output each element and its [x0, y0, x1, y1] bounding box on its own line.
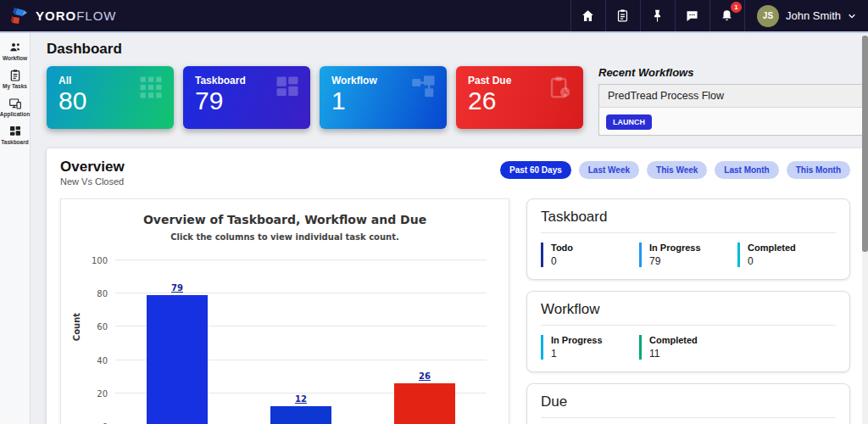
home-icon	[581, 8, 595, 23]
sidebar-item-my-tasks[interactable]: My Tasks	[0, 69, 30, 89]
recent-workflow-actions: LAUNCH	[599, 108, 863, 135]
panel-workflow: Workflow In Progress 1 Completed 11	[526, 291, 850, 372]
recent-workflows: Recent Workflows PredTread Process Flow …	[598, 66, 864, 136]
panel-due: Due In Taskboard 26 In Workflow 0	[526, 383, 850, 424]
vertical-scrollbar	[862, 35, 868, 424]
stat-completed: Completed 0	[737, 243, 836, 267]
bar-slot: 79Taskboard	[115, 260, 239, 424]
taskboard-icon	[8, 125, 22, 138]
overview-subtitle: New Vs Closed	[60, 176, 125, 187]
filter-last-month[interactable]: Last Month	[715, 161, 778, 179]
bar-chart: Overview of Taskboard, Workflow and Due …	[60, 198, 509, 424]
stat-cards: All 80 Taskboard 79	[47, 66, 583, 136]
y-tick-label: 60	[97, 322, 108, 332]
stat-card-all[interactable]: All 80	[47, 66, 174, 129]
pin-icon	[650, 8, 665, 23]
bar-workflow[interactable]	[270, 406, 331, 424]
filter-this-week[interactable]: This Week	[647, 161, 707, 179]
bar-taskboard[interactable]	[147, 295, 208, 424]
y-tick-label: 80	[97, 289, 108, 298]
clipboard-clock-icon	[548, 75, 573, 100]
stat-card-workflow[interactable]: Workflow 1	[320, 66, 447, 129]
summary-panels: Taskboard Todo 0 In Progress 79	[526, 198, 850, 424]
bar-slot: 12Workflow	[239, 260, 363, 424]
bar-due[interactable]	[394, 383, 455, 424]
overview-title: Overview	[60, 159, 125, 176]
stat-card-taskboard[interactable]: Taskboard 79	[183, 66, 310, 129]
chart-title: Overview of Taskboard, Workflow and Due	[71, 213, 498, 226]
recent-workflows-list: PredTread Process Flow LAUNCH	[598, 84, 864, 136]
yoroflow-logo-icon	[10, 6, 31, 26]
divider	[541, 417, 836, 418]
stat-card-past-due[interactable]: Past Due 26	[456, 66, 583, 129]
bar-value-label[interactable]: 26	[363, 371, 487, 381]
y-tick-label: 40	[97, 355, 108, 365]
tasks-icon	[615, 8, 630, 23]
tasks-button[interactable]	[605, 0, 640, 31]
workflow-icon	[8, 41, 22, 54]
chart-subtitle: Click the columns to view individual tas…	[71, 232, 498, 242]
divider	[541, 232, 836, 233]
my-tasks-icon	[8, 69, 22, 82]
navbar-actions: 1 JS John Smith	[570, 0, 868, 31]
y-tick-label: 20	[97, 388, 108, 398]
panel-taskboard: Taskboard Todo 0 In Progress 79	[526, 198, 850, 280]
scrollbar-thumb[interactable]	[862, 36, 868, 252]
y-axis-label: Count	[72, 313, 81, 341]
chat-icon	[685, 8, 699, 23]
grid-squares-icon	[275, 75, 300, 100]
sidebar-item-application[interactable]: Application	[0, 97, 30, 117]
recent-workflow-item[interactable]: PredTread Process Flow	[599, 85, 863, 108]
bar-value-label[interactable]: 12	[239, 394, 363, 404]
filter-last-week[interactable]: Last Week	[579, 161, 639, 179]
user-name: John Smith	[786, 9, 841, 22]
y-tick-label: 100	[92, 256, 108, 265]
filter-this-month[interactable]: This Month	[787, 161, 850, 179]
notifications-button[interactable]: 1	[709, 0, 744, 31]
chevron-down-icon	[848, 12, 856, 20]
user-menu[interactable]: JS John Smith	[744, 0, 868, 31]
home-button[interactable]	[570, 0, 605, 31]
grid-dots-icon	[138, 75, 164, 100]
chat-button[interactable]	[675, 0, 709, 31]
notification-badge: 1	[731, 2, 742, 13]
stat-in-progress: In Progress 1	[541, 335, 639, 360]
pin-button[interactable]	[640, 0, 675, 31]
flowchart-icon	[411, 75, 437, 100]
stat-in-progress: In Progress 79	[639, 243, 737, 267]
chart-plot: 02040608010079Taskboard12Workflow26Due	[115, 260, 487, 424]
sidebar-item-workflow[interactable]: Workflow	[0, 41, 30, 61]
application-icon	[8, 97, 22, 110]
recent-workflows-title: Recent Workflows	[598, 66, 864, 79]
bar-slot: 26Due	[363, 260, 487, 424]
main-content: Dashboard All 80 Taskboard 79	[31, 33, 868, 424]
bar-value-label[interactable]: 79	[115, 283, 239, 293]
avatar: JS	[757, 5, 779, 27]
app-logo[interactable]: YOROFLOW	[0, 6, 117, 26]
sidebar-item-taskboard[interactable]: Taskboard	[0, 125, 30, 145]
time-filters: Past 60 Days Last Week This Week Last Mo…	[500, 161, 850, 179]
left-sidebar: Workflow My Tasks Application Taskboar	[0, 33, 31, 424]
stat-todo: Todo 0	[541, 243, 639, 267]
top-navbar: YOROFLOW	[0, 0, 868, 33]
overview-section: Overview New Vs Closed Past 60 Days Last…	[47, 148, 864, 424]
stat-completed: Completed 11	[639, 335, 737, 360]
page-title: Dashboard	[47, 41, 864, 58]
divider	[541, 325, 836, 326]
launch-button[interactable]: LAUNCH	[606, 114, 652, 130]
brand-text: YOROFLOW	[36, 8, 117, 23]
filter-past-60-days[interactable]: Past 60 Days	[500, 161, 571, 179]
